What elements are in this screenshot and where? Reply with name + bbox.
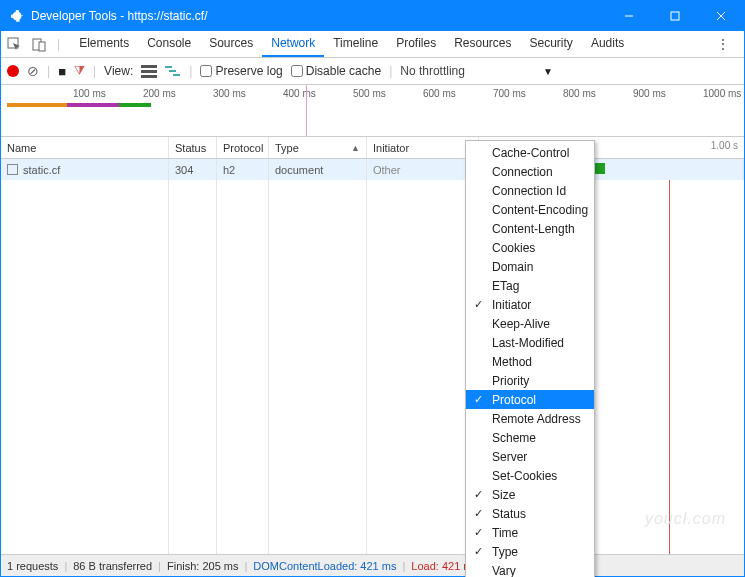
menu-item-time[interactable]: ✓Time [466,523,594,542]
network-toolbar: ⊘ | ■‍ ⧩ | View: | Preserve log Disable … [1,58,744,85]
menu-item-keep-alive[interactable]: Keep-Alive [466,314,594,333]
menu-item-connection[interactable]: Connection [466,162,594,181]
preserve-log-checkbox[interactable]: Preserve log [200,64,282,78]
menu-item-method[interactable]: Method [466,352,594,371]
inspect-element-icon[interactable] [7,37,22,52]
status-domcontentloaded: DOMContentLoaded: 421 ms [253,560,396,572]
minimize-button[interactable] [606,1,652,31]
table-header: Name Status Protocol Type▲ Initiator Tim… [1,137,744,159]
menu-item-set-cookies[interactable]: Set-Cookies [466,466,594,485]
clear-button[interactable]: ⊘ [27,63,39,79]
status-bar: 1 requests| 86 B transferred| Finish: 20… [1,554,744,576]
menu-item-type[interactable]: ✓Type [466,542,594,561]
menu-item-last-modified[interactable]: Last-Modified [466,333,594,352]
overview-load-line [306,85,307,136]
menu-item-initiator[interactable]: ✓Initiator [466,295,594,314]
large-rows-icon[interactable] [141,64,157,78]
cell-protocol: h2 [217,159,269,180]
panel-tabs: Elements Console Sources Network Timelin… [70,31,633,57]
tab-audits[interactable]: Audits [582,31,633,57]
table-row[interactable]: static.cf 304 h2 document Other [1,159,744,180]
svg-rect-10 [141,70,157,73]
close-button[interactable] [698,1,744,31]
menu-item-connection-id[interactable]: Connection Id [466,181,594,200]
titlebar: Developer Tools - https://static.cf/ [1,1,744,31]
record-button[interactable] [7,65,19,77]
cell-type: document [269,159,367,180]
tab-console[interactable]: Console [138,31,200,57]
overview-bar-content [119,103,151,107]
svg-rect-3 [671,12,679,20]
menu-item-cache-control[interactable]: Cache-Control [466,143,594,162]
header-initiator[interactable]: Initiator [367,137,479,158]
waterfall-icon[interactable] [165,64,181,78]
menu-item-content-length[interactable]: Content-Length [466,219,594,238]
filter-icon[interactable]: ⧩ [74,63,85,79]
header-type[interactable]: Type▲ [269,137,367,158]
tab-security[interactable]: Security [521,31,582,57]
tab-resources[interactable]: Resources [445,31,520,57]
menu-item-vary[interactable]: Vary [466,561,594,577]
menu-item-server[interactable]: Server [466,447,594,466]
table-body: youcl.com [1,180,744,554]
app-icon [9,8,25,24]
menu-item-etag[interactable]: ETag [466,276,594,295]
header-name[interactable]: Name [1,137,169,158]
tab-sources[interactable]: Sources [200,31,262,57]
header-status[interactable]: Status [169,137,217,158]
status-requests: 1 requests [7,560,58,572]
tab-profiles[interactable]: Profiles [387,31,445,57]
capture-screenshots-icon[interactable]: ■‍ [58,64,66,79]
file-icon [7,164,18,175]
svg-rect-14 [173,74,180,76]
timeline-overview[interactable]: 100 ms 200 ms 300 ms 400 ms 500 ms 600 m… [1,85,744,137]
more-options-icon[interactable]: ⋮ [708,36,738,52]
waterfall-bar-download [595,163,605,174]
disable-cache-checkbox[interactable]: Disable cache [291,64,381,78]
svg-rect-11 [141,75,157,78]
tab-timeline[interactable]: Timeline [324,31,387,57]
throttling-dropdown-icon[interactable]: ▼ [543,66,553,77]
menu-item-scheme[interactable]: Scheme [466,428,594,447]
window-title: Developer Tools - https://static.cf/ [31,9,606,23]
status-transferred: 86 B transferred [73,560,152,572]
sort-asc-icon: ▲ [351,143,360,153]
tab-elements[interactable]: Elements [70,31,138,57]
maximize-button[interactable] [652,1,698,31]
menu-item-domain[interactable]: Domain [466,257,594,276]
overview-bar-dns [67,103,119,107]
menu-item-size[interactable]: ✓Size [466,485,594,504]
menu-item-priority[interactable]: Priority [466,371,594,390]
status-finish: Finish: 205 ms [167,560,239,572]
watermark: youcl.com [645,510,726,528]
svg-rect-9 [141,65,157,68]
load-event-line [669,180,670,554]
menu-item-remote-address[interactable]: Remote Address [466,409,594,428]
svg-rect-8 [39,42,45,51]
menu-item-cookies[interactable]: Cookies [466,238,594,257]
header-protocol[interactable]: Protocol [217,137,269,158]
svg-rect-12 [165,66,172,68]
svg-rect-13 [169,70,176,72]
menu-item-protocol[interactable]: ✓Protocol [466,390,594,409]
tab-network[interactable]: Network [262,31,324,57]
main-toolbar: | Elements Console Sources Network Timel… [1,31,744,58]
overview-bar-stalled [7,103,67,107]
cell-name: static.cf [1,159,169,180]
view-label: View: [104,64,133,78]
column-context-menu: Cache-ControlConnectionConnection IdCont… [465,140,595,577]
menu-item-content-encoding[interactable]: Content-Encoding [466,200,594,219]
device-toolbar-icon[interactable] [32,37,47,52]
throttling-select[interactable]: No throttling [400,64,465,78]
cell-status: 304 [169,159,217,180]
menu-item-status[interactable]: ✓Status [466,504,594,523]
cell-initiator: Other [367,159,479,180]
